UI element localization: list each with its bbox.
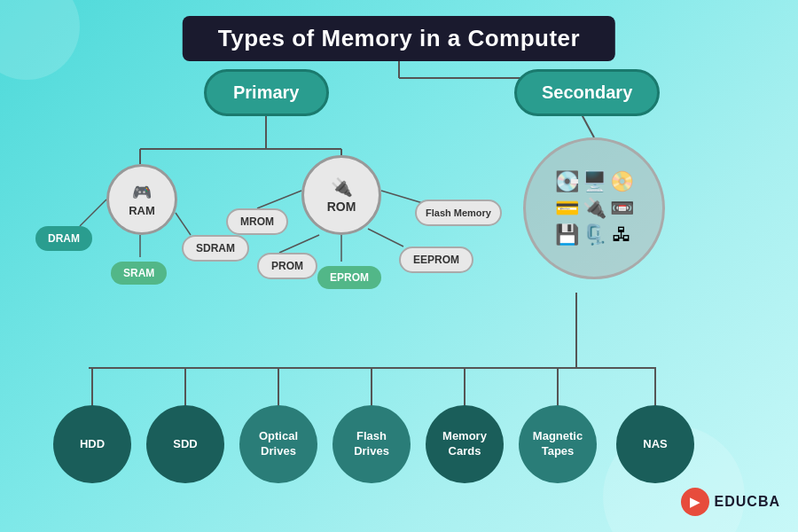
- sram-node: SRAM: [111, 262, 167, 285]
- primary-node: Primary: [204, 69, 329, 116]
- svg-line-12: [257, 191, 301, 208]
- dram-node: DRAM: [35, 226, 92, 251]
- flash-memory-node: Flash Memory: [415, 200, 502, 226]
- rom-icon: 🔌: [331, 176, 353, 198]
- hdd-storage-node: HDD: [53, 405, 131, 483]
- svg-line-10: [176, 213, 191, 235]
- sdd-storage-node: SDD: [146, 405, 224, 483]
- svg-line-13: [279, 235, 319, 253]
- hdd2-icon: 🖥️: [583, 170, 606, 193]
- hdd-icon: 💽: [555, 170, 579, 193]
- magnetic-tapes-node: MagneticTapes: [519, 405, 597, 483]
- svg-line-15: [368, 229, 403, 246]
- nas-icon: 🖧: [610, 223, 634, 246]
- svg-line-9: [80, 200, 106, 226]
- secondary-storage-circle: 💽 🖥️ 📀 💳 🔌 📼 💾 🗜️ 🖧: [523, 137, 665, 279]
- cd-icon: 📀: [610, 170, 634, 193]
- eeprom-node: EEPROM: [399, 246, 473, 273]
- educba-text: EDUCBA: [715, 494, 780, 510]
- optical-drives-node: OpticalDrives: [239, 405, 317, 483]
- memory-cards-node: MemoryCards: [426, 405, 504, 483]
- flash-drives-node: FlashDrives: [332, 405, 411, 483]
- nas-storage-node: NAS: [616, 405, 694, 483]
- ram-node: 🎮 RAM: [106, 164, 177, 235]
- ram-icon: 🎮: [132, 183, 152, 202]
- tape-icon: 📼: [610, 197, 634, 220]
- prom-node: PROM: [257, 253, 317, 279]
- memory-icon: 🗜️: [583, 223, 606, 246]
- card-icon: 💳: [555, 197, 579, 220]
- mrom-node: MROM: [226, 208, 288, 235]
- sdram-node: SDRAM: [182, 235, 249, 262]
- educba-icon: ▶: [681, 488, 709, 516]
- eprom-node: EPROM: [317, 266, 381, 289]
- bg-decoration-tl: [0, 0, 80, 80]
- educba-logo: ▶ EDUCBA: [681, 488, 780, 516]
- ssd-icon: 💾: [555, 223, 579, 246]
- page-title: Types of Memory in a Computer: [183, 16, 615, 61]
- usb-icon: 🔌: [583, 197, 606, 220]
- rom-node: 🔌 ROM: [301, 155, 381, 235]
- secondary-node: Secondary: [514, 69, 660, 116]
